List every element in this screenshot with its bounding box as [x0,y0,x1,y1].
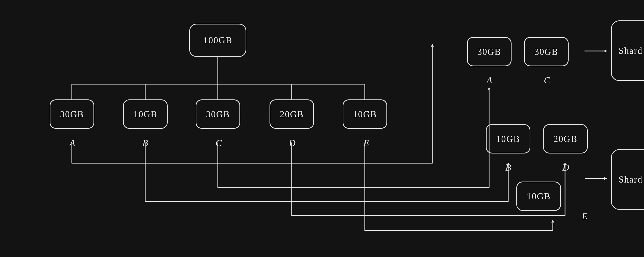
partition-label-b: B [142,138,148,148]
shard2-label-b: B [505,162,511,173]
shard-node-1: Shard 1 [611,20,644,81]
shard1-label: Shard 1 [619,45,644,56]
partition-label-a: A [70,138,75,148]
shard2-node-b: 10GB [486,124,530,153]
shard2-node-e: 10GB [516,182,561,211]
root-node: 100GB [189,24,246,57]
shard-node-2: Shard 2 [611,149,644,210]
partition-label-d: D [289,138,296,148]
shard1-label-c: C [544,75,550,86]
partition-label-e: E [364,138,369,148]
shard1-size-c: 30GB [534,46,558,57]
partition-node-a: 30GB [50,99,94,129]
shard1-size-a: 30GB [477,46,501,57]
partition-size: 30GB [60,109,84,120]
partition-node-e: 10GB [343,99,387,129]
root-label: 100GB [203,35,232,46]
shard1-label-a: A [487,75,492,86]
partition-size: 10GB [133,109,157,120]
partition-node-b: 10GB [123,99,168,129]
shard2-node-d: 20GB [543,124,588,153]
partition-size: 20GB [280,109,304,120]
shard2-label: Shard 2 [619,174,644,185]
partition-size: 10GB [353,109,377,120]
shard2-size-e: 10GB [527,191,551,202]
partition-node-d: 20GB [270,99,314,129]
partition-node-c: 30GB [196,99,240,129]
partition-label-c: C [216,138,222,148]
shard2-label-d: D [562,162,569,173]
shard2-label-e: E [582,211,587,222]
shard1-node-a: 30GB [467,37,512,66]
diagram-stage: 100GB 30GB A 10GB B 30GB C 20GB D 10GB E… [0,0,644,257]
shard1-node-c: 30GB [524,37,569,66]
partition-size: 30GB [206,109,230,120]
shard2-size-d: 20GB [553,134,577,144]
shard2-size-b: 10GB [496,134,520,144]
